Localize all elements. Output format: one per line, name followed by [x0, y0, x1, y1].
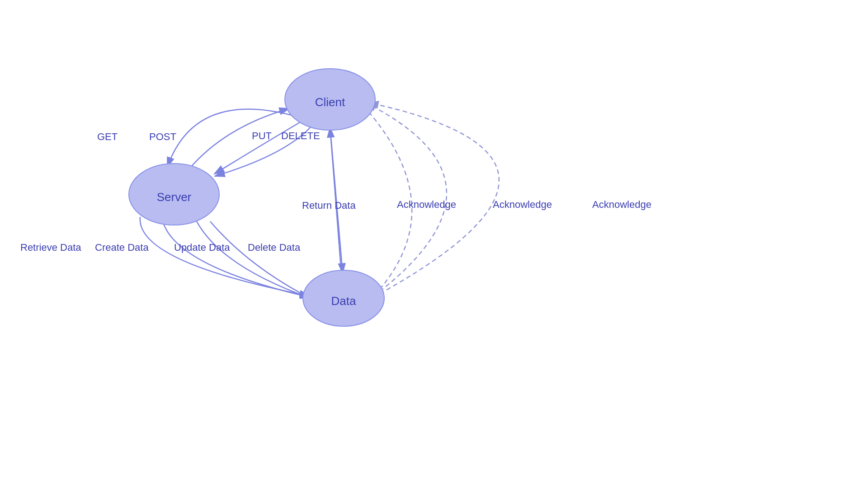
label-acknowledge-3: Acknowledge: [592, 199, 651, 210]
label-create-data: Create Data: [95, 242, 149, 253]
dashed-arrow-2: [366, 103, 447, 291]
label-update-data: Update Data: [174, 242, 230, 253]
label-delete: DELETE: [281, 130, 320, 141]
label-post: POST: [149, 131, 176, 142]
label-get: GET: [97, 131, 118, 142]
label-acknowledge-2: Acknowledge: [493, 199, 552, 210]
label-retrieve-data: Retrieve Data: [20, 242, 81, 253]
dashed-arrow-1: [362, 104, 412, 289]
server-label: Server: [157, 190, 192, 204]
label-put: PUT: [252, 130, 272, 141]
dashed-arrow-3: [368, 103, 499, 294]
label-return-data: Return Data: [302, 200, 356, 211]
client-label: Client: [315, 95, 345, 109]
arrow-client-server-put: [214, 121, 302, 174]
diagram-canvas: Client Server Data GET POST PUT DELETE R…: [0, 0, 868, 488]
label-delete-data: Delete Data: [248, 242, 301, 253]
label-acknowledge-1: Acknowledge: [397, 199, 456, 210]
data-label: Data: [331, 294, 356, 308]
arrow-server-data-delete: [210, 221, 312, 299]
arrow-server-data-update: [197, 221, 311, 298]
